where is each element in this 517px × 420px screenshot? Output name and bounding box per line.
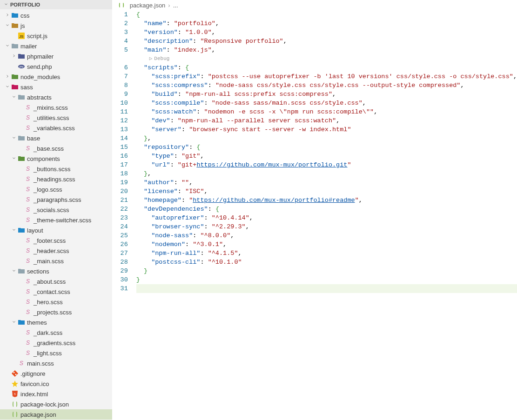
chevron-down-icon[interactable] [10, 155, 18, 162]
tree-item--header-scss[interactable]: S_header.scss [0, 246, 112, 256]
tree-item--buttons-scss[interactable]: S_buttons.scss [0, 164, 112, 174]
code-line[interactable]: }, [136, 169, 517, 178]
tree-item--base-scss[interactable]: S_base.scss [0, 143, 112, 153]
tree-item--mixins-scss[interactable]: S_mixins.scss [0, 102, 112, 113]
code-line[interactable]: "name": "portfolio", [136, 19, 517, 28]
code-line[interactable]: "main": "index.js", [136, 46, 517, 54]
code-line[interactable]: "scripts": { [136, 63, 517, 72]
tree-item-sections[interactable]: sections [0, 266, 112, 276]
code-line[interactable]: } [136, 275, 517, 284]
chevron-down-icon[interactable] [10, 268, 18, 274]
tree-item-base[interactable]: base [0, 133, 112, 143]
tree-item--main-scss[interactable]: S_main.scss [0, 256, 112, 266]
tree-item-js[interactable]: js [0, 20, 112, 31]
code-line[interactable]: { [136, 10, 517, 19]
code-line[interactable]: "description": "Responsive portfolio", [136, 37, 517, 46]
tree-item--variables-scss[interactable]: S_variables.scss [0, 123, 112, 133]
code-line[interactable]: "autoprefixer": "^10.4.14", [136, 213, 517, 222]
tree-item-themes[interactable]: themes [0, 317, 112, 327]
code-line[interactable]: "author": "", [136, 178, 517, 187]
code-line[interactable]: "license": "ISC", [136, 187, 517, 196]
code-line[interactable]: "build": "npm-run-all scss:prefix scss:c… [136, 90, 517, 99]
breadcrumb[interactable]: package.json › ... [112, 0, 517, 10]
tree-item--dark-scss[interactable]: S_dark.scss [0, 327, 112, 338]
tree-item-label: abstracts [27, 94, 52, 101]
code-line[interactable]: "scss:compress": "node-sass css/style.cs… [136, 81, 517, 90]
tree-item--contact-scss[interactable]: S_contact.scss [0, 287, 112, 297]
tree-item--headings-scss[interactable]: S_headings.scss [0, 174, 112, 184]
code-editor[interactable]: 1234567891011121314151617181920212223242… [112, 10, 517, 420]
chevron-down-icon[interactable] [4, 84, 11, 90]
tree-item-send-php[interactable]: phpsend.php [0, 61, 112, 72]
tree-item-label: _footer.scss [34, 237, 66, 244]
tree-item--gitignore[interactable]: .gitignore [0, 368, 112, 379]
tree-item--footer-scss[interactable]: S_footer.scss [0, 235, 112, 246]
tree-item-favicon-ico[interactable]: favicon.ico [0, 379, 112, 389]
tree-item-package-json[interactable]: package.json [0, 409, 112, 420]
tree-item-phpmailer[interactable]: phpmailer [0, 51, 112, 61]
explorer-header[interactable]: PORTFOLIO [0, 0, 112, 9]
chevron-down-icon[interactable] [10, 135, 18, 141]
code-line[interactable]: "type": "git", [136, 152, 517, 160]
chevron-right-icon[interactable] [10, 53, 18, 60]
tree-item--paragraphs-scss[interactable]: S_paragraphs.scss [0, 194, 112, 205]
chevron-down-icon[interactable] [10, 94, 18, 100]
tree-item-mailer[interactable]: mailer [0, 41, 112, 51]
file-explorer-sidebar[interactable]: PORTFOLIO cssjsJSscript.jsmailerphpmaile… [0, 0, 112, 420]
tree-item-main-scss[interactable]: Smain.scss [0, 358, 112, 368]
code-line[interactable]: "scss:watch": "nodemon -e scss -x \"npm … [136, 107, 517, 116]
code-line[interactable]: "version": "1.0.0", [136, 28, 517, 37]
tree-item-label: _variables.scss [34, 125, 75, 132]
breadcrumb-more[interactable]: ... [173, 2, 178, 9]
tree-item-node-modules[interactable]: node_modules [0, 72, 112, 82]
tree-item--gradients-scss[interactable]: S_gradients.scss [0, 338, 112, 348]
chevron-down-icon[interactable] [4, 22, 11, 29]
code-line[interactable]: "scss:prefix": "postcss --use autoprefix… [136, 72, 517, 81]
tree-item--about-scss[interactable]: S_about.scss [0, 276, 112, 287]
code-line[interactable]: "node-sass": "^8.0.0", [136, 231, 517, 240]
tree-item-abstracts[interactable]: abstracts [0, 92, 112, 102]
tree-item--projects-scss[interactable]: S_projects.scss [0, 307, 112, 317]
tree-item-script-js[interactable]: JSscript.js [0, 31, 112, 41]
code-line[interactable]: }, [136, 134, 517, 143]
chevron-right-icon[interactable] [4, 73, 11, 80]
code-content[interactable]: { "name": "portfolio", "version": "1.0.0… [136, 10, 517, 420]
tree-item--theme-switcher-scss[interactable]: S_theme-switcher.scss [0, 215, 112, 225]
code-line[interactable]: "browser-sync": "^2.29.3", [136, 222, 517, 231]
tree-item--socials-scss[interactable]: S_socials.scss [0, 205, 112, 215]
code-line[interactable]: "dev": "npm-run-all --parallel server sc… [136, 116, 517, 125]
file-tree[interactable]: cssjsJSscript.jsmailerphpmailerphpsend.p… [0, 9, 112, 420]
tree-item--hero-scss[interactable]: S_hero.scss [0, 297, 112, 307]
code-line[interactable]: "devDependencies": { [136, 205, 517, 213]
line-number: 27 [112, 249, 128, 258]
tree-item-package-lock-json[interactable]: package-lock.json [0, 399, 112, 409]
tree-item-css[interactable]: css [0, 10, 112, 20]
tree-item--logo-scss[interactable]: S_logo.scss [0, 184, 112, 194]
tree-item-index-html[interactable]: 5index.html [0, 389, 112, 399]
tree-item--light-scss[interactable]: S_light.scss [0, 348, 112, 358]
code-line[interactable]: "url": "git+https://github.com/mux-mux/p… [136, 160, 517, 169]
code-line[interactable] [136, 284, 517, 293]
code-line[interactable]: "nodemon": "^3.0.1", [136, 240, 517, 249]
tree-item-components[interactable]: components [0, 153, 112, 164]
code-line[interactable]: } [136, 267, 517, 275]
chevron-down-icon[interactable] [4, 43, 11, 49]
tree-item-sass[interactable]: sass [0, 82, 112, 92]
line-number: 14 [112, 134, 128, 143]
code-line[interactable]: "server": "browser-sync start --server -… [136, 125, 517, 134]
folder-php-icon [18, 53, 25, 60]
code-line[interactable]: "homepage": "https://github.com/mux-mux/… [136, 196, 517, 205]
breadcrumb-file[interactable]: package.json [130, 2, 166, 9]
tree-item--utilities-scss[interactable]: S_utilities.scss [0, 113, 112, 123]
code-line[interactable]: "postcss-cli": "^10.1.0" [136, 258, 517, 267]
line-number: 16 [112, 152, 128, 160]
debug-codelens[interactable]: ▷Debug [136, 54, 517, 63]
chevron-down-icon[interactable] [10, 227, 18, 233]
chevron-down-icon[interactable] [10, 319, 18, 326]
svg-text:S: S [26, 309, 30, 315]
chevron-right-icon[interactable] [4, 12, 11, 19]
code-line[interactable]: "scss:compile": "node-sass sass/main.scs… [136, 99, 517, 107]
tree-item-layout[interactable]: layout [0, 225, 112, 235]
code-line[interactable]: "npm-run-all": "^4.1.5", [136, 249, 517, 258]
code-line[interactable]: "repository": { [136, 143, 517, 152]
